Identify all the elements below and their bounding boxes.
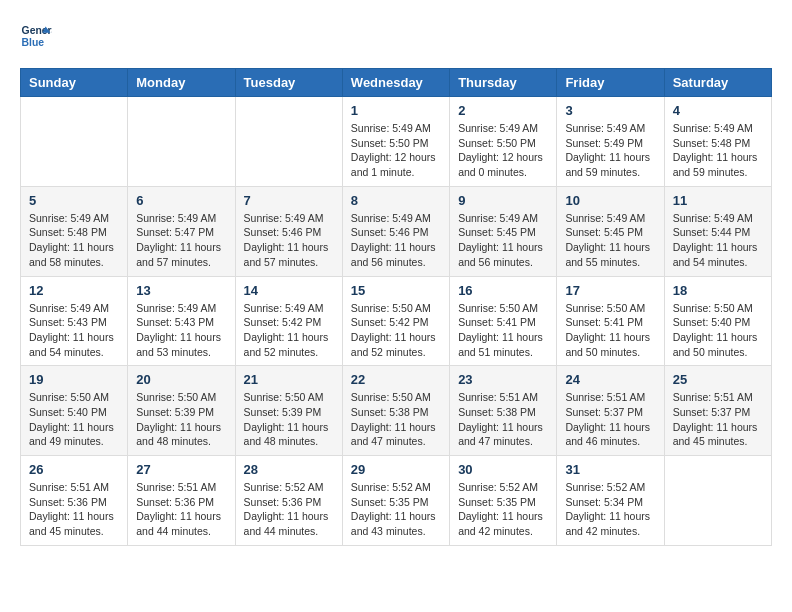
day-detail: Sunrise: 5:52 AMSunset: 5:35 PMDaylight:… [458,480,548,539]
day-number: 31 [565,462,655,477]
calendar-cell: 15Sunrise: 5:50 AMSunset: 5:42 PMDayligh… [342,276,449,366]
column-header-sunday: Sunday [21,69,128,97]
day-detail: Sunrise: 5:49 AMSunset: 5:42 PMDaylight:… [244,301,334,360]
day-number: 18 [673,283,763,298]
calendar-cell: 11Sunrise: 5:49 AMSunset: 5:44 PMDayligh… [664,186,771,276]
calendar-cell [664,456,771,546]
day-number: 8 [351,193,441,208]
day-number: 6 [136,193,226,208]
calendar-cell: 25Sunrise: 5:51 AMSunset: 5:37 PMDayligh… [664,366,771,456]
day-number: 29 [351,462,441,477]
day-number: 3 [565,103,655,118]
day-number: 17 [565,283,655,298]
calendar-cell: 31Sunrise: 5:52 AMSunset: 5:34 PMDayligh… [557,456,664,546]
day-detail: Sunrise: 5:49 AMSunset: 5:48 PMDaylight:… [29,211,119,270]
calendar-cell [128,97,235,187]
calendar-cell: 8Sunrise: 5:49 AMSunset: 5:46 PMDaylight… [342,186,449,276]
day-detail: Sunrise: 5:52 AMSunset: 5:35 PMDaylight:… [351,480,441,539]
day-detail: Sunrise: 5:50 AMSunset: 5:41 PMDaylight:… [458,301,548,360]
day-detail: Sunrise: 5:52 AMSunset: 5:34 PMDaylight:… [565,480,655,539]
calendar-cell: 30Sunrise: 5:52 AMSunset: 5:35 PMDayligh… [450,456,557,546]
calendar-cell [235,97,342,187]
day-detail: Sunrise: 5:50 AMSunset: 5:39 PMDaylight:… [244,390,334,449]
day-number: 26 [29,462,119,477]
day-detail: Sunrise: 5:49 AMSunset: 5:47 PMDaylight:… [136,211,226,270]
day-detail: Sunrise: 5:49 AMSunset: 5:48 PMDaylight:… [673,121,763,180]
day-number: 1 [351,103,441,118]
day-number: 25 [673,372,763,387]
day-number: 19 [29,372,119,387]
calendar-cell: 13Sunrise: 5:49 AMSunset: 5:43 PMDayligh… [128,276,235,366]
calendar-cell: 17Sunrise: 5:50 AMSunset: 5:41 PMDayligh… [557,276,664,366]
day-number: 16 [458,283,548,298]
calendar-cell: 7Sunrise: 5:49 AMSunset: 5:46 PMDaylight… [235,186,342,276]
day-number: 11 [673,193,763,208]
day-detail: Sunrise: 5:49 AMSunset: 5:43 PMDaylight:… [29,301,119,360]
day-number: 14 [244,283,334,298]
column-header-thursday: Thursday [450,69,557,97]
day-number: 4 [673,103,763,118]
calendar-table: SundayMondayTuesdayWednesdayThursdayFrid… [20,68,772,546]
day-detail: Sunrise: 5:50 AMSunset: 5:39 PMDaylight:… [136,390,226,449]
calendar-cell: 2Sunrise: 5:49 AMSunset: 5:50 PMDaylight… [450,97,557,187]
calendar-cell: 3Sunrise: 5:49 AMSunset: 5:49 PMDaylight… [557,97,664,187]
day-detail: Sunrise: 5:49 AMSunset: 5:46 PMDaylight:… [244,211,334,270]
day-detail: Sunrise: 5:50 AMSunset: 5:42 PMDaylight:… [351,301,441,360]
calendar-cell: 12Sunrise: 5:49 AMSunset: 5:43 PMDayligh… [21,276,128,366]
column-header-saturday: Saturday [664,69,771,97]
calendar-cell: 14Sunrise: 5:49 AMSunset: 5:42 PMDayligh… [235,276,342,366]
calendar-cell: 16Sunrise: 5:50 AMSunset: 5:41 PMDayligh… [450,276,557,366]
day-detail: Sunrise: 5:51 AMSunset: 5:38 PMDaylight:… [458,390,548,449]
day-number: 21 [244,372,334,387]
calendar-cell: 21Sunrise: 5:50 AMSunset: 5:39 PMDayligh… [235,366,342,456]
day-number: 13 [136,283,226,298]
calendar-cell: 29Sunrise: 5:52 AMSunset: 5:35 PMDayligh… [342,456,449,546]
calendar-cell: 1Sunrise: 5:49 AMSunset: 5:50 PMDaylight… [342,97,449,187]
column-header-tuesday: Tuesday [235,69,342,97]
calendar-cell: 9Sunrise: 5:49 AMSunset: 5:45 PMDaylight… [450,186,557,276]
day-number: 2 [458,103,548,118]
logo: General Blue [20,20,56,52]
day-number: 22 [351,372,441,387]
day-detail: Sunrise: 5:49 AMSunset: 5:46 PMDaylight:… [351,211,441,270]
calendar-cell: 10Sunrise: 5:49 AMSunset: 5:45 PMDayligh… [557,186,664,276]
calendar-cell: 20Sunrise: 5:50 AMSunset: 5:39 PMDayligh… [128,366,235,456]
day-number: 20 [136,372,226,387]
calendar-cell [21,97,128,187]
day-detail: Sunrise: 5:49 AMSunset: 5:45 PMDaylight:… [458,211,548,270]
calendar-cell: 28Sunrise: 5:52 AMSunset: 5:36 PMDayligh… [235,456,342,546]
day-number: 27 [136,462,226,477]
day-detail: Sunrise: 5:49 AMSunset: 5:45 PMDaylight:… [565,211,655,270]
day-detail: Sunrise: 5:52 AMSunset: 5:36 PMDaylight:… [244,480,334,539]
day-detail: Sunrise: 5:49 AMSunset: 5:43 PMDaylight:… [136,301,226,360]
calendar-cell: 24Sunrise: 5:51 AMSunset: 5:37 PMDayligh… [557,366,664,456]
day-number: 15 [351,283,441,298]
day-detail: Sunrise: 5:49 AMSunset: 5:50 PMDaylight:… [351,121,441,180]
day-detail: Sunrise: 5:49 AMSunset: 5:49 PMDaylight:… [565,121,655,180]
column-header-wednesday: Wednesday [342,69,449,97]
svg-text:Blue: Blue [22,37,45,48]
day-detail: Sunrise: 5:51 AMSunset: 5:37 PMDaylight:… [565,390,655,449]
day-detail: Sunrise: 5:49 AMSunset: 5:44 PMDaylight:… [673,211,763,270]
calendar-cell: 27Sunrise: 5:51 AMSunset: 5:36 PMDayligh… [128,456,235,546]
calendar-week-row: 26Sunrise: 5:51 AMSunset: 5:36 PMDayligh… [21,456,772,546]
day-number: 12 [29,283,119,298]
day-number: 7 [244,193,334,208]
calendar-week-row: 1Sunrise: 5:49 AMSunset: 5:50 PMDaylight… [21,97,772,187]
calendar-header-row: SundayMondayTuesdayWednesdayThursdayFrid… [21,69,772,97]
calendar-week-row: 5Sunrise: 5:49 AMSunset: 5:48 PMDaylight… [21,186,772,276]
day-detail: Sunrise: 5:50 AMSunset: 5:41 PMDaylight:… [565,301,655,360]
day-detail: Sunrise: 5:50 AMSunset: 5:40 PMDaylight:… [29,390,119,449]
day-detail: Sunrise: 5:51 AMSunset: 5:36 PMDaylight:… [136,480,226,539]
day-number: 28 [244,462,334,477]
day-detail: Sunrise: 5:51 AMSunset: 5:36 PMDaylight:… [29,480,119,539]
day-detail: Sunrise: 5:49 AMSunset: 5:50 PMDaylight:… [458,121,548,180]
calendar-cell: 5Sunrise: 5:49 AMSunset: 5:48 PMDaylight… [21,186,128,276]
calendar-cell: 26Sunrise: 5:51 AMSunset: 5:36 PMDayligh… [21,456,128,546]
day-detail: Sunrise: 5:50 AMSunset: 5:38 PMDaylight:… [351,390,441,449]
calendar-cell: 22Sunrise: 5:50 AMSunset: 5:38 PMDayligh… [342,366,449,456]
day-number: 9 [458,193,548,208]
page-header: General Blue [20,20,772,52]
calendar-cell: 6Sunrise: 5:49 AMSunset: 5:47 PMDaylight… [128,186,235,276]
day-number: 24 [565,372,655,387]
